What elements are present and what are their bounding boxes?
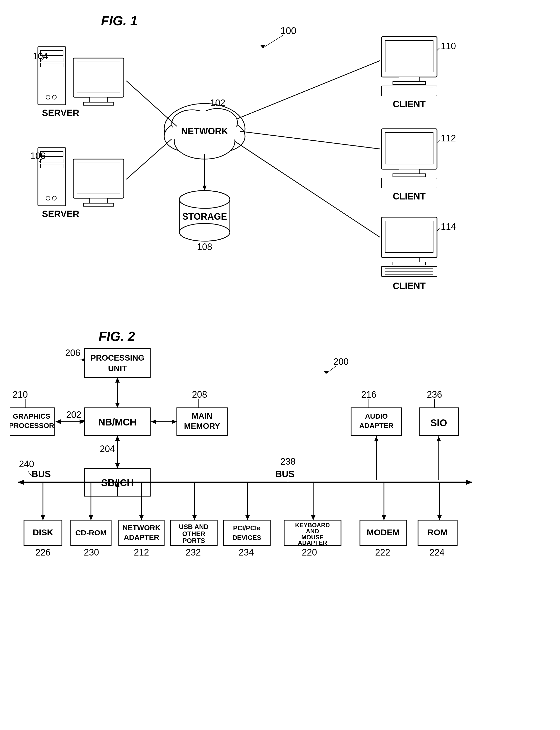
disk-label: DISK — [33, 527, 53, 537]
svg-marker-111 — [89, 515, 93, 520]
svg-rect-58 — [385, 221, 433, 253]
svg-line-0 — [263, 35, 283, 48]
fig1-title: FIG. 1 — [101, 13, 137, 28]
ref-238: 238 — [280, 456, 296, 467]
processing-unit-label: PROCESSING — [90, 353, 144, 363]
network-label: NETWORK — [181, 126, 228, 136]
fig2-diagram: FIG. 2 200 PROCESSING UNIT 206 NB/MCH 20… — [10, 323, 553, 722]
ref-106: 106 — [30, 151, 45, 161]
client1-icon — [381, 37, 437, 96]
svg-marker-90 — [115, 463, 120, 468]
svg-marker-76 — [115, 377, 120, 382]
svg-rect-50 — [399, 169, 419, 174]
keyboard-label2: AND — [306, 528, 319, 534]
server1-label: SERVER — [42, 108, 79, 118]
ref-110: 110 — [441, 41, 456, 51]
storage-icon: STORAGE — [179, 191, 230, 241]
ref-102: 102 — [210, 98, 225, 108]
pci-devices-label2: DEVICES — [232, 534, 261, 541]
server2-icon — [38, 148, 124, 206]
main-memory-label1: MAIN — [192, 411, 212, 420]
svg-marker-86 — [151, 419, 156, 424]
svg-point-11 — [179, 224, 230, 241]
svg-rect-128 — [224, 520, 270, 545]
keyboard-label4: ADAPTER — [298, 539, 327, 546]
svg-rect-49 — [385, 133, 433, 164]
svg-line-68 — [235, 141, 380, 237]
ref-226: 226 — [35, 547, 51, 557]
svg-marker-102 — [18, 480, 24, 485]
ref-220: 220 — [302, 547, 317, 557]
svg-marker-123 — [437, 515, 442, 520]
ref-224: 224 — [429, 547, 445, 557]
client2-icon — [381, 129, 437, 188]
usb-ports-label1: USB AND — [179, 523, 208, 530]
ref-216: 216 — [361, 389, 376, 400]
svg-marker-109 — [41, 515, 45, 520]
audio-adapter-label1: AUDIO — [365, 412, 388, 420]
ref-114: 114 — [441, 222, 456, 232]
client3-label: CLIENT — [393, 281, 426, 291]
svg-marker-115 — [192, 515, 197, 520]
ref-236: 236 — [427, 389, 442, 400]
svg-line-66 — [237, 61, 380, 119]
server2-label: SERVER — [42, 209, 79, 219]
svg-line-104 — [28, 471, 32, 476]
main-memory-label2: MEMORY — [184, 421, 220, 430]
storage-label: STORAGE — [182, 211, 227, 222]
svg-marker-1 — [260, 45, 265, 48]
svg-rect-60 — [393, 262, 426, 265]
svg-rect-18 — [83, 102, 114, 105]
ref-232: 232 — [186, 547, 201, 557]
svg-line-69 — [326, 366, 336, 374]
svg-rect-42 — [393, 82, 426, 85]
svg-rect-29 — [83, 203, 114, 206]
ref-112: 112 — [441, 133, 456, 143]
network-cloud: NETWORK — [164, 104, 245, 159]
client2-label: CLIENT — [393, 191, 426, 202]
svg-line-37 — [126, 81, 177, 126]
bus2-label: BUS — [275, 469, 295, 479]
ref-230: 230 — [84, 547, 99, 557]
graphics-processor-label2: PROCESSOR — [10, 422, 54, 429]
svg-line-38 — [126, 139, 172, 179]
fig2-title: FIG. 2 — [99, 329, 135, 344]
usb-ports-label2: OTHER — [182, 530, 205, 538]
svg-line-67 — [240, 131, 380, 149]
network-adapter-label2: ADAPTER — [124, 533, 159, 541]
ref-208: 208 — [192, 389, 207, 400]
pci-devices-label1: PCI/PCIe — [233, 524, 260, 532]
nb-mch-label: NB/MCH — [98, 417, 137, 427]
ref-210: 210 — [13, 389, 28, 400]
ref-108: 108 — [197, 242, 212, 252]
svg-rect-27 — [77, 163, 120, 193]
svg-rect-17 — [90, 97, 107, 102]
ref-234: 234 — [239, 547, 254, 557]
svg-marker-91 — [115, 435, 120, 440]
svg-rect-40 — [385, 40, 433, 72]
svg-rect-51 — [393, 174, 426, 177]
processing-unit-label2: UNIT — [108, 364, 127, 373]
svg-marker-117 — [245, 515, 250, 520]
network-adapter-label1: NETWORK — [123, 524, 160, 532]
svg-rect-59 — [399, 258, 419, 262]
svg-marker-85 — [172, 419, 177, 424]
audio-adapter-label2: ADAPTER — [359, 422, 393, 429]
svg-marker-119 — [311, 515, 315, 520]
svg-marker-14 — [203, 186, 207, 191]
client1-label: CLIENT — [393, 99, 426, 109]
modem-label: MODEM — [367, 527, 400, 537]
ref-204: 204 — [100, 444, 115, 454]
svg-marker-103 — [466, 480, 472, 485]
svg-marker-100 — [436, 436, 441, 441]
svg-rect-16 — [77, 62, 120, 92]
svg-marker-81 — [80, 419, 85, 424]
ref-104: 104 — [33, 51, 48, 61]
svg-marker-75 — [115, 403, 120, 408]
svg-marker-73 — [81, 358, 85, 362]
ref-222: 222 — [375, 547, 390, 557]
ref-240: 240 — [19, 459, 34, 469]
ref-212: 212 — [134, 547, 149, 557]
svg-marker-96 — [374, 436, 379, 441]
server1-icon — [38, 47, 124, 105]
